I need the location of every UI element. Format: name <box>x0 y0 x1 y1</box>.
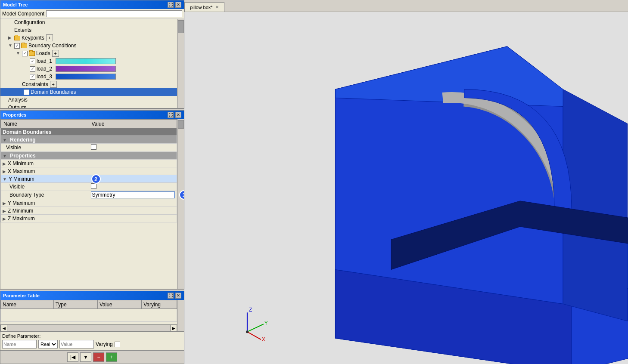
z-max-expand[interactable]: ▶ <box>3 216 6 221</box>
restore-button[interactable]: ⛶ <box>168 2 174 8</box>
keypoints-label: Keypoints <box>22 35 44 41</box>
scroll-right-btn[interactable]: ▶ <box>170 325 177 332</box>
y-min-visible-checkbox[interactable] <box>91 183 96 189</box>
tab-close-icon[interactable]: ✕ <box>215 5 219 9</box>
prop-properties-section: ▼ Properties <box>1 152 177 160</box>
first-btn[interactable]: |◀ <box>67 352 78 362</box>
loads-label: Loads <box>36 50 50 56</box>
prop-y-min-visible-name: Visible <box>1 183 89 191</box>
prop-z-maximum-row[interactable]: ▶Z Maximum <box>1 215 177 222</box>
tree-item-load2[interactable]: load_2 <box>0 65 184 73</box>
tree-item-loads[interactable]: ▼ Loads + <box>0 49 184 57</box>
model-component-input[interactable] <box>46 10 182 17</box>
prop-visible-value <box>89 144 177 152</box>
properties-title: Properties <box>3 112 26 117</box>
expand-loads: ▼ <box>16 51 21 56</box>
tree-item-keypoints[interactable]: ▶ Keypoints + <box>0 34 184 42</box>
load1-checkbox[interactable] <box>30 59 35 64</box>
load2-checkbox[interactable] <box>30 66 35 72</box>
properties-expand-icon[interactable]: ▼ <box>3 154 7 158</box>
expand-keypoints: ▶ <box>8 35 13 40</box>
tree-item-configuration[interactable]: Configuration <box>0 19 184 26</box>
3d-model-svg: Z Y X <box>184 12 628 364</box>
tree-scrollbar[interactable] <box>177 19 184 108</box>
prop-boundary-type-value[interactable]: 3 <box>89 191 177 199</box>
boundary-conditions-folder-icon <box>21 43 27 48</box>
varying-checkbox[interactable] <box>115 342 120 347</box>
define-type-select[interactable]: Real <box>38 340 58 349</box>
tree-item-domain-boundaries[interactable]: Domain Boundaries 1 <box>0 88 184 96</box>
constraints-add-button[interactable]: + <box>50 81 57 88</box>
y-min-expand[interactable]: ▼ <box>3 177 7 182</box>
param-col-value: Value <box>97 300 141 309</box>
param-table-title-bar: Parameter Table ⛶ ✕ <box>0 291 184 300</box>
keypoints-add-button[interactable]: + <box>46 34 53 41</box>
visible-checkbox[interactable] <box>91 144 96 150</box>
prop-restore-button[interactable]: ⛶ <box>168 112 174 118</box>
load3-label: load_3 <box>37 74 52 80</box>
load2-label: load_2 <box>37 66 52 72</box>
prop-z-minimum-name: ▶Z Minimum <box>1 207 89 215</box>
outputs-label: Outputs <box>8 105 26 108</box>
define-param-section: Define Parameter: Real Varying <box>0 331 184 350</box>
prop-x-minimum-row[interactable]: ▶X Minimum <box>1 160 177 167</box>
extents-label: Extents <box>14 27 31 33</box>
tab-bar: pillow box* ✕ <box>184 0 628 12</box>
delete-btn[interactable]: − <box>93 352 104 362</box>
properties-section-label: Properties <box>10 153 35 159</box>
svg-text:Z: Z <box>249 307 252 313</box>
varying-label: Varying <box>96 341 113 347</box>
tree-scrollbar-thumb[interactable] <box>178 20 184 33</box>
add-btn[interactable]: + <box>106 352 117 362</box>
tree-item-extents[interactable]: Extents <box>0 26 184 34</box>
tab-pillow-box[interactable]: pillow box* ✕ <box>184 2 224 12</box>
tree-item-analysis[interactable]: Analysis <box>0 96 184 104</box>
param-restore-button[interactable]: ⛶ <box>168 293 174 299</box>
prop-y-maximum-row[interactable]: ▶Y Maximum <box>1 199 177 207</box>
loads-add-button[interactable]: + <box>52 50 59 57</box>
prop-x-minimum-name: ▶X Minimum <box>1 160 89 167</box>
boundary-type-input[interactable] <box>91 191 175 198</box>
define-value-input[interactable] <box>59 340 94 349</box>
prop-domain-boundaries-header: Domain Boundaries <box>1 128 177 136</box>
close-button[interactable]: ✕ <box>175 2 181 8</box>
rendering-expand-icon[interactable]: ▼ <box>3 138 7 142</box>
prop-y-minimum-row[interactable]: ▼Y Minimum 2 <box>1 175 177 183</box>
tree-item-outputs[interactable]: Outputs <box>0 104 184 108</box>
param-horiz-scrollbar[interactable]: ◀ ▶ <box>0 324 177 331</box>
badge-2: 2 <box>91 174 101 184</box>
prop-scrollbar[interactable] <box>177 119 184 289</box>
svg-text:X: X <box>262 336 265 342</box>
tree-item-boundary-conditions[interactable]: ▼ Boundary Conditions <box>0 42 184 49</box>
prev-btn[interactable]: ▼ <box>80 352 91 362</box>
loads-checkbox[interactable] <box>22 51 28 56</box>
prop-y-maximum-name: ▶Y Maximum <box>1 199 89 207</box>
prop-z-minimum-row[interactable]: ▶Z Minimum <box>1 207 177 215</box>
expand-extents <box>8 28 13 33</box>
tab-label: pillow box* <box>190 5 213 10</box>
prop-y-minimum-value <box>89 175 177 183</box>
load3-checkbox[interactable] <box>30 74 35 80</box>
viewport-canvas[interactable]: Z Y X <box>184 12 628 364</box>
define-name-input[interactable] <box>2 340 37 349</box>
x-max-expand[interactable]: ▶ <box>3 169 6 174</box>
z-min-expand[interactable]: ▶ <box>3 209 6 213</box>
model-component-label: Model Component <box>2 11 44 17</box>
param-scrollbar[interactable] <box>177 300 184 331</box>
prop-close-button[interactable]: ✕ <box>175 112 181 118</box>
tree-item-load1[interactable]: load_1 <box>0 57 184 65</box>
tree-item-load3[interactable]: load_3 <box>0 73 184 80</box>
prop-x-maximum-row[interactable]: ▶X Maximum <box>1 167 177 175</box>
expand-boundary-conditions: ▼ <box>8 43 13 48</box>
param-empty-row <box>1 309 177 322</box>
domain-boundaries-checkbox[interactable] <box>24 89 29 95</box>
tree-item-constraints[interactable]: Constraints + <box>0 80 184 88</box>
prop-visible-name: Visible <box>1 144 89 152</box>
param-close-button[interactable]: ✕ <box>175 293 181 299</box>
x-min-expand[interactable]: ▶ <box>3 161 6 166</box>
prop-visible-row: Visible <box>1 144 177 152</box>
boundary-conditions-checkbox[interactable] <box>14 43 20 49</box>
scroll-left-btn[interactable]: ◀ <box>0 325 7 332</box>
prop-scrollbar-thumb[interactable] <box>178 120 184 129</box>
y-max-expand[interactable]: ▶ <box>3 201 6 206</box>
